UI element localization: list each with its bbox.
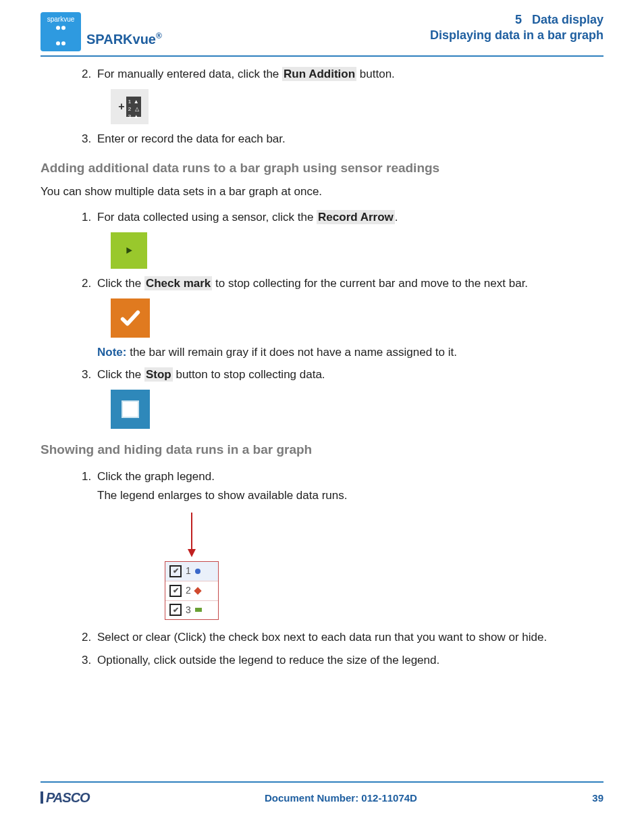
checkbox-icon: ✔: [169, 604, 182, 616]
page-footer: PASCO Document Number: 012-11074D 39: [41, 781, 603, 807]
list-item: Click the graph legend. The legend enlar…: [95, 469, 603, 620]
legend-sub-text: The legend enlarges to show available da…: [97, 488, 603, 504]
sparkvue-logo-icon: sparkvue: [41, 12, 81, 51]
run-addition-icon: + 1▲ 2△ 3▲: [111, 89, 149, 124]
sensor-intro: You can show multiple data sets in a bar…: [41, 184, 603, 200]
header-right: 5 Data display Displaying data in a bar …: [430, 12, 603, 44]
svg-marker-2: [188, 549, 196, 557]
legend-run-number: 2: [186, 584, 191, 598]
app-name-text: SPARKvue: [86, 32, 156, 47]
page-header: sparkvue SPARKvue® 5 Data display Displa…: [41, 12, 603, 57]
record-arrow-label: Record Arrow: [317, 210, 395, 224]
red-marker-icon: [194, 587, 201, 594]
legend-row: ✔ 3: [165, 600, 218, 620]
legend-diagram: ✔ 1 ✔ 2 ✔ 3: [165, 511, 219, 620]
list-item: Enter or record the data for each bar.: [95, 131, 603, 147]
legend-run-number: 1: [186, 565, 191, 578]
list-item: For manually entered data, click the Run…: [95, 66, 603, 124]
stop-icon: [111, 390, 150, 429]
heading-show-hide: Showing and hiding data runs in a bar gr…: [41, 441, 603, 459]
note-label: Note:: [97, 346, 126, 359]
legend-run-number: 3: [186, 604, 191, 617]
legend-box: ✔ 1 ✔ 2 ✔ 3: [165, 561, 219, 620]
check-mark-label: Check mark: [144, 276, 212, 290]
list-show-hide: Click the graph legend. The legend enlar…: [41, 469, 603, 669]
list-manual-data: For manually entered data, click the Run…: [41, 66, 603, 147]
checkbox-icon: ✔: [169, 565, 182, 577]
stop-label: Stop: [144, 367, 173, 382]
list-item: Optionally, click outside the legend to …: [95, 652, 603, 669]
chapter-number: 5: [515, 13, 522, 26]
legend-row: ✔ 2: [165, 581, 218, 600]
header-left: sparkvue SPARKvue®: [41, 12, 162, 51]
legend-row: ✔ 1: [165, 562, 218, 581]
list-sensor: For data collected using a sensor, click…: [41, 209, 603, 429]
document-number: Document Number: 012-11074D: [265, 791, 417, 805]
check-mark-icon: [111, 298, 150, 338]
list-item: Click the Check mark to stop collecting …: [95, 276, 603, 361]
note-line: Note: the bar will remain gray if it doe…: [97, 344, 603, 361]
list-item: Select or clear (Click) the check box ne…: [95, 629, 603, 646]
heading-sensor-runs: Adding additional data runs to a bar gra…: [41, 159, 603, 178]
app-name: SPARKvue®: [86, 30, 162, 49]
pasco-logo-icon: PASCO: [41, 788, 90, 807]
run-addition-label: Run Addition: [282, 67, 356, 81]
checkbox-icon: ✔: [169, 585, 182, 597]
chapter-title: Data display: [532, 13, 603, 26]
record-arrow-icon: [111, 232, 147, 269]
header-section-title: Displaying data in a bar graph: [430, 28, 603, 43]
page-number: 39: [592, 791, 603, 805]
svg-marker-0: [126, 247, 132, 254]
list-item: Click the Stop button to stop collecting…: [95, 367, 603, 429]
list-item: For data collected using a sensor, click…: [95, 209, 603, 269]
down-arrow-icon: [165, 511, 219, 558]
green-marker-icon: [195, 608, 202, 612]
registered-mark: ®: [156, 31, 162, 41]
blue-marker-icon: [195, 569, 200, 574]
